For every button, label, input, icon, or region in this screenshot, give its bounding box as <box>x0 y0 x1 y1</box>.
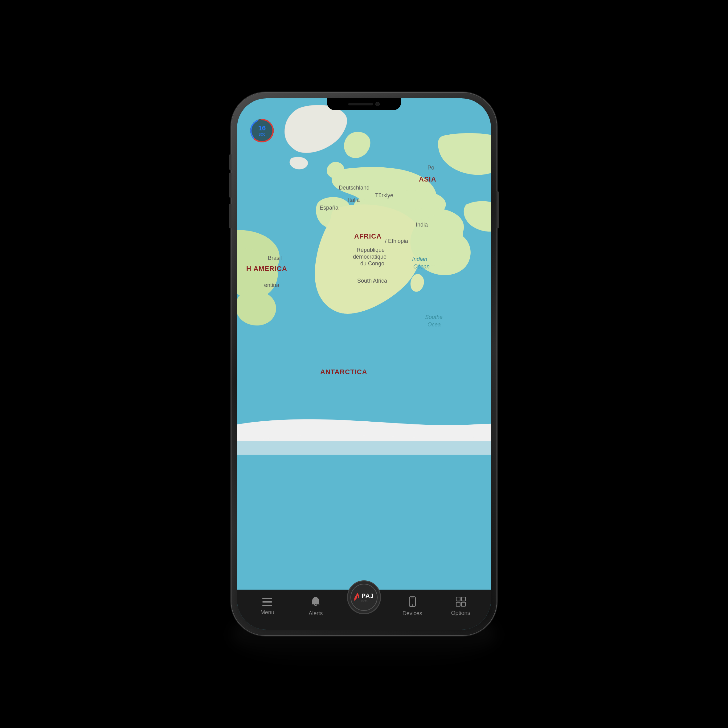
world-map <box>237 98 491 630</box>
svg-point-8 <box>412 604 413 606</box>
speaker <box>348 103 373 106</box>
alerts-label: Alerts <box>309 610 323 617</box>
phone-screen: Deutschland Italia España Türkiye ASIA I… <box>237 98 491 630</box>
volume-down-button <box>229 204 231 228</box>
nav-options[interactable]: Options <box>436 597 485 616</box>
camera <box>375 102 380 106</box>
svg-rect-10 <box>456 597 460 601</box>
timer-display: 16 sec <box>258 125 266 136</box>
paj-sub: GPS <box>361 600 367 603</box>
svg-rect-5 <box>262 601 272 603</box>
svg-rect-12 <box>456 602 460 606</box>
nav-paj-center[interactable]: PAJ GPS <box>340 580 388 621</box>
paj-inner: PAJ GPS <box>350 584 378 611</box>
volume-up-button <box>229 173 231 197</box>
options-icon <box>456 597 466 608</box>
svg-rect-13 <box>461 602 465 606</box>
paj-text: PAJ <box>361 592 374 600</box>
nav-alerts[interactable]: Alerts <box>292 596 340 617</box>
timer-unit: sec <box>258 132 266 136</box>
paj-logo: PAJ GPS <box>354 592 374 603</box>
nav-devices[interactable]: Devices <box>388 596 436 617</box>
alerts-icon <box>311 596 320 609</box>
svg-rect-6 <box>262 605 272 606</box>
notch <box>327 98 401 110</box>
timer-widget[interactable]: 16 sec <box>248 117 276 145</box>
silent-button <box>229 154 231 170</box>
nav-menu[interactable]: Menu <box>243 598 292 616</box>
svg-rect-4 <box>262 598 272 599</box>
paj-button[interactable]: PAJ GPS <box>347 580 381 614</box>
paj-flame-icon <box>354 593 361 602</box>
menu-label: Menu <box>260 609 274 616</box>
menu-icon <box>262 598 272 607</box>
svg-rect-11 <box>461 597 465 601</box>
timer-number: 16 <box>258 125 266 132</box>
phone-frame: Deutschland Italia España Türkiye ASIA I… <box>231 93 497 635</box>
bottom-navigation: Menu Alerts <box>237 590 491 630</box>
map-container[interactable]: Deutschland Italia España Türkiye ASIA I… <box>237 98 491 630</box>
devices-icon <box>408 596 417 609</box>
devices-label: Devices <box>402 610 422 617</box>
options-label: Options <box>451 610 470 616</box>
